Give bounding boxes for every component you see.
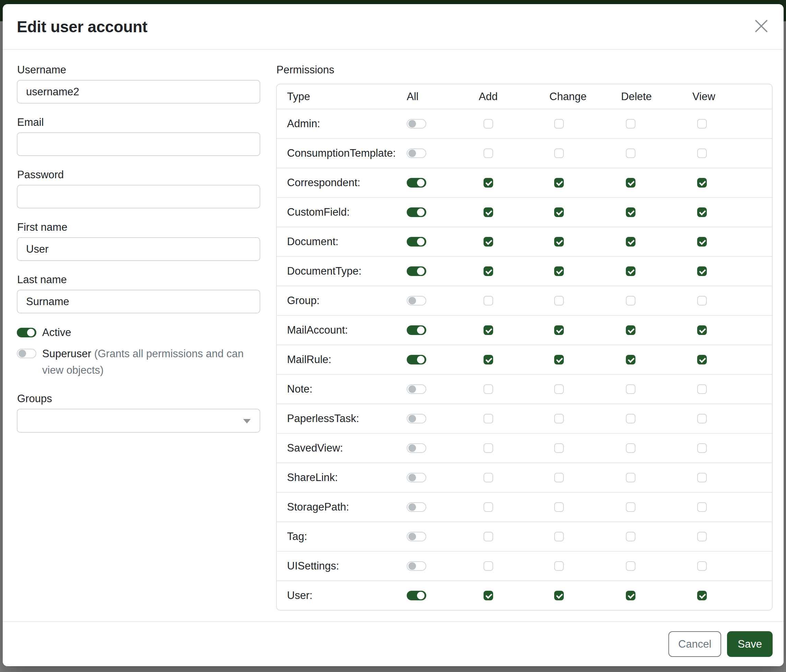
delete-checkbox[interactable]: [626, 561, 635, 571]
toggle-knob: [19, 350, 26, 357]
view-checkbox[interactable]: [697, 384, 707, 394]
add-checkbox[interactable]: [484, 207, 493, 217]
view-checkbox[interactable]: [697, 296, 707, 306]
all-toggle[interactable]: [407, 502, 426, 512]
view-checkbox[interactable]: [697, 443, 707, 453]
all-toggle[interactable]: [407, 561, 426, 571]
page-title: Edit user account: [17, 17, 148, 36]
first-name-field[interactable]: [17, 237, 260, 261]
all-toggle[interactable]: [407, 325, 426, 335]
delete-checkbox[interactable]: [626, 414, 635, 424]
delete-checkbox[interactable]: [626, 148, 635, 158]
change-checkbox[interactable]: [554, 591, 564, 600]
add-checkbox[interactable]: [484, 591, 493, 600]
view-checkbox[interactable]: [697, 325, 707, 335]
last-name-field[interactable]: [17, 290, 260, 313]
change-checkbox[interactable]: [554, 473, 564, 482]
cancel-button[interactable]: Cancel: [668, 631, 722, 657]
password-field[interactable]: [17, 185, 260, 209]
delete-checkbox[interactable]: [626, 384, 635, 394]
delete-checkbox[interactable]: [626, 296, 635, 306]
add-checkbox[interactable]: [484, 355, 493, 364]
close-button[interactable]: [752, 17, 770, 36]
change-checkbox[interactable]: [554, 532, 564, 542]
view-checkbox[interactable]: [697, 532, 707, 542]
delete-checkbox[interactable]: [626, 473, 635, 482]
add-checkbox[interactable]: [484, 532, 493, 542]
add-checkbox[interactable]: [484, 414, 493, 424]
groups-select[interactable]: [17, 409, 260, 433]
change-checkbox[interactable]: [554, 178, 564, 188]
view-checkbox[interactable]: [697, 502, 707, 512]
username-field[interactable]: [17, 80, 260, 104]
change-checkbox[interactable]: [554, 355, 564, 364]
add-checkbox[interactable]: [484, 148, 493, 158]
add-checkbox[interactable]: [484, 561, 493, 571]
all-toggle[interactable]: [407, 443, 426, 453]
delete-checkbox[interactable]: [626, 355, 635, 364]
delete-checkbox[interactable]: [626, 266, 635, 276]
change-checkbox[interactable]: [554, 148, 564, 158]
all-toggle[interactable]: [407, 148, 426, 158]
add-checkbox[interactable]: [484, 473, 493, 482]
view-checkbox[interactable]: [697, 561, 707, 571]
add-checkbox[interactable]: [484, 119, 493, 129]
change-checkbox[interactable]: [554, 414, 564, 424]
save-button[interactable]: Save: [727, 631, 773, 657]
change-checkbox[interactable]: [554, 119, 564, 129]
delete-checkbox[interactable]: [626, 532, 635, 542]
change-checkbox[interactable]: [554, 502, 564, 512]
change-checkbox[interactable]: [554, 443, 564, 453]
all-toggle[interactable]: [407, 355, 426, 364]
change-checkbox[interactable]: [554, 296, 564, 306]
delete-checkbox[interactable]: [626, 443, 635, 453]
view-checkbox[interactable]: [697, 414, 707, 424]
all-toggle[interactable]: [407, 178, 426, 188]
all-toggle[interactable]: [407, 384, 426, 394]
add-checkbox[interactable]: [484, 325, 493, 335]
email-field[interactable]: [17, 132, 260, 156]
view-checkbox[interactable]: [697, 237, 707, 247]
add-checkbox[interactable]: [484, 266, 493, 276]
change-checkbox[interactable]: [554, 207, 564, 217]
view-checkbox[interactable]: [697, 473, 707, 482]
active-toggle[interactable]: [17, 328, 36, 338]
add-checkbox[interactable]: [484, 178, 493, 188]
add-checkbox[interactable]: [484, 502, 493, 512]
delete-checkbox[interactable]: [626, 502, 635, 512]
superuser-toggle[interactable]: [17, 349, 36, 358]
view-checkbox[interactable]: [697, 207, 707, 217]
change-checkbox[interactable]: [554, 384, 564, 394]
delete-checkbox[interactable]: [626, 207, 635, 217]
delete-checkbox[interactable]: [626, 119, 635, 129]
all-toggle[interactable]: [407, 207, 426, 217]
view-checkbox[interactable]: [697, 178, 707, 188]
all-toggle[interactable]: [407, 414, 426, 424]
all-toggle[interactable]: [407, 296, 426, 306]
all-toggle[interactable]: [407, 591, 426, 600]
all-toggle[interactable]: [407, 532, 426, 542]
delete-checkbox[interactable]: [626, 178, 635, 188]
delete-checkbox[interactable]: [626, 237, 635, 247]
add-checkbox[interactable]: [484, 384, 493, 394]
view-checkbox[interactable]: [697, 355, 707, 364]
delete-checkbox[interactable]: [626, 325, 635, 335]
view-checkbox[interactable]: [697, 148, 707, 158]
change-checkbox[interactable]: [554, 561, 564, 571]
all-toggle[interactable]: [407, 473, 426, 482]
delete-checkbox[interactable]: [626, 591, 635, 600]
view-checkbox[interactable]: [697, 266, 707, 276]
change-checkbox[interactable]: [554, 325, 564, 335]
view-checkbox[interactable]: [697, 119, 707, 129]
all-toggle[interactable]: [407, 237, 426, 247]
permission-type-label: Correspondent:: [277, 177, 407, 189]
view-checkbox[interactable]: [697, 591, 707, 600]
change-checkbox[interactable]: [554, 237, 564, 247]
add-checkbox[interactable]: [484, 296, 493, 306]
add-checkbox[interactable]: [484, 237, 493, 247]
add-checkbox[interactable]: [484, 443, 493, 453]
all-toggle[interactable]: [407, 266, 426, 276]
change-checkbox[interactable]: [554, 266, 564, 276]
all-toggle[interactable]: [407, 119, 426, 129]
permission-row: User:: [277, 581, 772, 610]
